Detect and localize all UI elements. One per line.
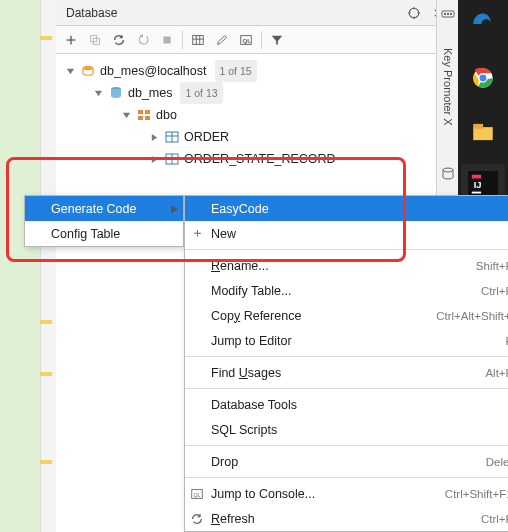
- node-label: ORDER: [184, 126, 229, 148]
- menu-label: SQL Scripts: [211, 423, 277, 437]
- svg-point-0: [409, 8, 419, 18]
- shortcut: Ctrl+F5: [451, 513, 508, 525]
- node-label: dbo: [156, 104, 177, 126]
- svg-rect-50: [473, 127, 493, 140]
- menu-label: EasyCode: [211, 202, 269, 216]
- database-icon: [108, 85, 124, 101]
- editor-gutter: [0, 0, 56, 532]
- add-button[interactable]: [60, 29, 82, 51]
- svg-rect-30: [138, 110, 143, 114]
- svg-text:IJ: IJ: [474, 180, 482, 190]
- menu-separator: [185, 445, 508, 446]
- svg-marker-25: [66, 68, 73, 73]
- menu-separator: [185, 249, 508, 250]
- target-icon[interactable]: [404, 3, 424, 23]
- database-tab-icon[interactable]: [440, 166, 456, 182]
- svg-rect-53: [472, 175, 481, 179]
- shortcut: F4: [476, 335, 508, 347]
- shortcut: Ctrl+Shift+F10: [415, 488, 508, 500]
- svg-point-26: [83, 66, 93, 70]
- svg-marker-38: [151, 155, 156, 162]
- svg-text:QL: QL: [194, 491, 201, 497]
- menu-generate-code[interactable]: Generate Code ▶: [25, 196, 183, 221]
- menu-database-tools[interactable]: Database Tools▶: [185, 392, 508, 417]
- menu-separator: [185, 356, 508, 357]
- svg-rect-18: [193, 35, 204, 44]
- chevron-down-icon: [92, 87, 104, 99]
- shortcut: Ctrl+Alt+Shift+C: [406, 310, 508, 322]
- menu-new[interactable]: ＋ New ▶: [185, 221, 508, 246]
- menu-separator: [185, 477, 508, 478]
- console-icon: QL: [189, 486, 205, 502]
- panel-title: Database: [62, 6, 398, 20]
- menu-find-usages[interactable]: Find UsagesAlt+F7: [185, 360, 508, 385]
- rollback-button[interactable]: [132, 29, 154, 51]
- menu-config-table[interactable]: Config Table: [25, 221, 183, 246]
- key-promoter-icon[interactable]: [440, 6, 456, 22]
- datasource-icon: [80, 63, 96, 79]
- node-label: db_mes: [128, 82, 172, 104]
- refresh-icon: [189, 511, 205, 527]
- svg-rect-43: [444, 13, 446, 15]
- svg-rect-51: [473, 124, 483, 129]
- menu-easycode[interactable]: EasyCode ▶: [185, 196, 508, 221]
- menu-refresh[interactable]: RefreshCtrl+F5: [185, 506, 508, 531]
- taskbar-edge[interactable]: [461, 2, 505, 46]
- menu-rename[interactable]: Rename...Shift+F6: [185, 253, 508, 278]
- menu-label: Jump to Editor: [211, 334, 292, 348]
- refresh-button[interactable]: [108, 29, 130, 51]
- chevron-right-icon: [148, 131, 160, 143]
- svg-marker-29: [122, 112, 129, 117]
- menu-label: Find Usages: [211, 366, 281, 380]
- count-badge: 1 of 13: [180, 82, 222, 104]
- chevron-down-icon: [120, 109, 132, 121]
- svg-rect-32: [138, 116, 143, 120]
- menu-label: Jump to Console...: [211, 487, 315, 501]
- table-view-button[interactable]: [187, 29, 209, 51]
- svg-rect-33: [145, 116, 150, 120]
- schema-icon: [136, 107, 152, 123]
- table-icon: [164, 129, 180, 145]
- svg-rect-17: [164, 36, 171, 43]
- submenu-arrow-icon: ▶: [171, 203, 179, 214]
- svg-marker-24: [272, 35, 283, 44]
- svg-rect-31: [145, 110, 150, 114]
- stop-button[interactable]: [156, 29, 178, 51]
- shortcut: Shift+F6: [446, 260, 508, 272]
- menu-label: Rename...: [211, 259, 269, 273]
- svg-point-46: [443, 168, 453, 172]
- easycode-submenu: Generate Code ▶ Config Table: [24, 195, 184, 247]
- shortcut: Delete: [456, 456, 508, 468]
- menu-label: Database Tools: [211, 398, 297, 412]
- shortcut: Ctrl+F6: [451, 285, 508, 297]
- plus-icon: ＋: [189, 226, 205, 242]
- node-label: db_mes@localhost: [100, 60, 207, 82]
- menu-label: Copy Reference: [211, 309, 301, 323]
- edit-button[interactable]: [211, 29, 233, 51]
- menu-label: Generate Code: [51, 202, 136, 216]
- menu-jump-console[interactable]: QL Jump to Console...Ctrl+Shift+F10: [185, 481, 508, 506]
- console-button[interactable]: QL: [235, 29, 257, 51]
- menu-drop[interactable]: DropDelete: [185, 449, 508, 474]
- svg-text:QL: QL: [243, 36, 252, 43]
- taskbar-explorer[interactable]: [461, 110, 505, 154]
- tool-label[interactable]: Key Promoter X: [442, 48, 454, 126]
- svg-marker-27: [94, 90, 101, 95]
- context-menu: EasyCode ▶ ＋ New ▶ Rename...Shift+F6 Mod…: [184, 195, 508, 532]
- svg-rect-54: [472, 192, 481, 194]
- menu-copy-reference[interactable]: Copy ReferenceCtrl+Alt+Shift+C: [185, 303, 508, 328]
- taskbar-chrome[interactable]: [461, 56, 505, 100]
- menu-label: Drop: [211, 455, 238, 469]
- menu-separator: [185, 388, 508, 389]
- menu-label: New: [211, 227, 236, 241]
- menu-jump-editor[interactable]: Jump to EditorF4: [185, 328, 508, 353]
- menu-sql-scripts[interactable]: SQL Scripts▶: [185, 417, 508, 442]
- menu-label: Refresh: [211, 512, 255, 526]
- chevron-right-icon: [148, 153, 160, 165]
- count-badge: 1 of 15: [215, 60, 257, 82]
- shortcut: Alt+F7: [455, 367, 508, 379]
- svg-rect-44: [447, 13, 449, 15]
- duplicate-button[interactable]: [84, 29, 106, 51]
- filter-button[interactable]: [266, 29, 288, 51]
- menu-modify-table[interactable]: Modify Table...Ctrl+F6: [185, 278, 508, 303]
